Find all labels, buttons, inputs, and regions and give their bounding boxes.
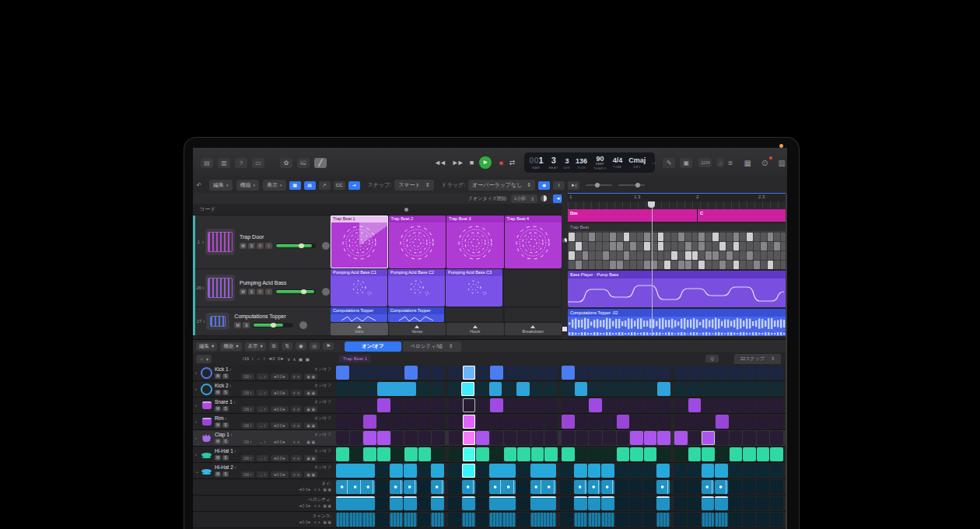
row-control[interactable]: /16 ↕	[241, 373, 254, 380]
flex-icon[interactable]: CC	[334, 181, 345, 190]
step-cell[interactable]	[588, 496, 601, 510]
onoff-mode-tab[interactable]: オン/オフ	[345, 342, 401, 352]
step-cell[interactable]	[432, 398, 445, 412]
step-cell[interactable]	[715, 496, 728, 510]
loop-cell[interactable]: Pumping Acid Bass C1	[331, 269, 387, 307]
step-cell[interactable]	[404, 398, 418, 412]
step-cell[interactable]	[560, 496, 573, 510]
row-control[interactable]: ▣ ▣	[304, 390, 317, 396]
step-cell[interactable]	[390, 513, 403, 527]
step-cell[interactable]	[476, 447, 489, 461]
step-cell[interactable]	[418, 480, 431, 494]
row-control[interactable]: /16 ↕	[241, 439, 254, 445]
step-cell[interactable]	[404, 513, 417, 527]
step-cell[interactable]	[576, 398, 589, 412]
lcd-chevron-icon[interactable]: ⌵	[652, 160, 656, 166]
pattern-name-chip[interactable]: Trap Beat 1	[339, 355, 371, 363]
row-control[interactable]: → ↕	[257, 455, 268, 461]
loop-cell[interactable]: Trap Beat 1	[331, 215, 388, 268]
disclosure-icon[interactable]: ›	[195, 436, 197, 440]
disclosure-icon[interactable]: ›	[195, 387, 197, 391]
step-cell[interactable]	[349, 513, 362, 527]
live-loops-toggle[interactable]: ▦	[289, 181, 301, 190]
step-cell[interactable]	[770, 398, 783, 412]
volume-slider[interactable]	[275, 289, 316, 294]
step-cell[interactable]	[643, 496, 656, 510]
step-cell[interactable]	[377, 366, 390, 380]
step-cell[interactable]	[730, 447, 743, 461]
header-control[interactable]: ▣	[299, 356, 303, 362]
disclosure-icon[interactable]: ›	[203, 319, 205, 324]
bar-ruler[interactable]: 11.322.3	[568, 194, 787, 201]
key-display[interactable]: CmajKEY	[628, 157, 646, 169]
step-cell[interactable]	[688, 480, 701, 494]
s-button[interactable]: S	[222, 471, 229, 477]
step-cell[interactable]	[476, 480, 489, 494]
step-cell[interactable]	[462, 464, 475, 478]
step-cell[interactable]	[418, 513, 431, 527]
step-cell[interactable]	[644, 431, 657, 445]
step-cell[interactable]	[729, 513, 742, 527]
step-cell[interactable]	[616, 382, 629, 396]
media-browser-icon[interactable]: ▤	[201, 158, 213, 168]
step-cell[interactable]	[336, 513, 349, 527]
row-control[interactable]: ∨ ∧	[291, 455, 303, 461]
step-cell[interactable]	[657, 447, 670, 461]
scene-trigger-breakdown[interactable]: Breakdown	[505, 323, 562, 335]
subrow-control[interactable]: ▣ ▣	[323, 520, 331, 524]
step-cell[interactable]	[588, 382, 601, 396]
step-cell[interactable]	[702, 415, 715, 429]
row-control[interactable]: → ↕	[257, 390, 268, 396]
step-cell[interactable]	[757, 382, 770, 396]
r-button[interactable]: R	[257, 289, 264, 295]
step-cell[interactable]	[603, 398, 616, 412]
step-cell[interactable]	[463, 366, 476, 380]
step-cell[interactable]	[674, 415, 688, 429]
step-cell[interactable]	[603, 415, 616, 429]
step-cell[interactable]	[363, 415, 376, 429]
step-cell[interactable]	[562, 366, 575, 380]
step-cell[interactable]	[362, 496, 376, 510]
step-cell[interactable]	[603, 447, 616, 461]
step-cell[interactable]	[560, 480, 573, 494]
step-cell[interactable]	[463, 431, 476, 445]
step-cell[interactable]	[615, 480, 628, 494]
step-cell[interactable]	[336, 398, 349, 412]
step-cell[interactable]	[615, 513, 628, 527]
step-cell[interactable]	[644, 366, 657, 380]
step-cell[interactable]	[743, 447, 756, 461]
track-header-trap-door[interactable]: 1›Trap DoorMSRI	[195, 215, 331, 269]
step-cell[interactable]	[350, 366, 363, 380]
step-cell[interactable]	[743, 366, 756, 380]
track-header-computations-topper[interactable]: 27›Computations TopperMS	[195, 307, 331, 336]
step-cell[interactable]	[702, 431, 715, 445]
i-button[interactable]: I	[265, 289, 272, 295]
step-cell[interactable]	[362, 464, 376, 478]
chord-segment-dm[interactable]: Dm	[568, 209, 697, 222]
step-cell[interactable]	[404, 447, 418, 461]
step-cell[interactable]	[674, 398, 688, 412]
empty-cell[interactable]	[503, 269, 562, 307]
step-cell[interactable]	[615, 496, 628, 510]
row-control[interactable]: ∨ ∧	[291, 422, 303, 429]
time-signature-display[interactable]: 4/4TIME	[613, 157, 623, 169]
step-cell[interactable]	[617, 415, 630, 429]
step-cell[interactable]	[544, 415, 558, 429]
step-cell[interactable]	[729, 382, 742, 396]
step-cell[interactable]	[432, 415, 445, 429]
step-cell[interactable]	[544, 366, 558, 380]
add-row-button[interactable]: ＋▾	[196, 355, 212, 363]
step-cell[interactable]	[543, 480, 556, 494]
subrow-control[interactable]: ∨ ∧	[313, 520, 320, 524]
step-cell[interactable]	[404, 415, 418, 429]
step-cell[interactable]	[449, 415, 462, 429]
s-button[interactable]: S	[222, 455, 229, 461]
step-cell[interactable]	[502, 382, 516, 396]
step-cell[interactable]	[716, 366, 729, 380]
step-cell[interactable]	[688, 431, 702, 445]
step-cell[interactable]	[544, 431, 558, 445]
step-cell[interactable]	[517, 366, 530, 380]
s-button[interactable]: S	[222, 406, 229, 412]
editors-icon[interactable]: ╱	[314, 158, 327, 168]
step-cell[interactable]	[461, 382, 474, 396]
